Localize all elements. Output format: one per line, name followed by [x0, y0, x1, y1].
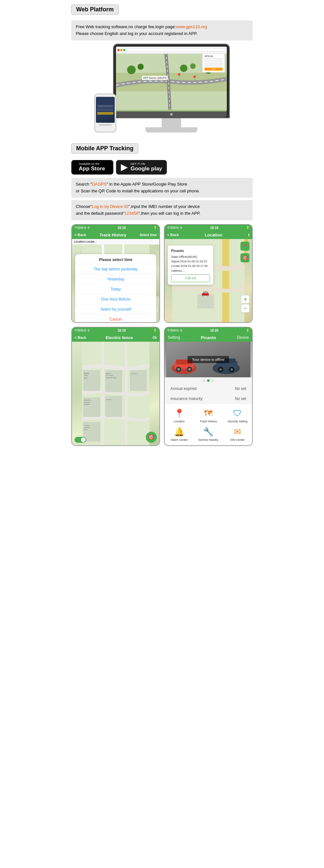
login-button[interactable]: GO: [204, 68, 223, 71]
popup-car-name: Picanto: [171, 248, 210, 254]
monitor-bottom-bar: [116, 112, 227, 117]
web-platform-section: Web Platform Free Web tracking software,…: [68, 0, 256, 132]
offline-time: 18:20: [210, 329, 218, 332]
nav-track-history[interactable]: 🗺 Track History: [194, 406, 223, 425]
fence-ok-button[interactable]: Ok: [153, 336, 157, 339]
google-play-button[interactable]: ▶ GET IT ON Google play: [116, 160, 167, 175]
svg-point-5: [190, 63, 196, 69]
svg-rect-23: [222, 239, 229, 322]
monitor-screen: GPS Location Server: [116, 46, 227, 112]
alarm-label: Alarm Center: [170, 438, 187, 441]
offline-car-image: Your device is offline: [165, 342, 252, 377]
insurance-row: Insurance maturity: No set: [165, 394, 252, 404]
web-platform-mockup: GPS Location Server: [68, 44, 256, 132]
popup-signal: Signal:2018-01-08 01:32:23: [171, 259, 210, 264]
svg-rect-25: [197, 294, 214, 308]
google-play-small-label: GET IT ON: [130, 162, 162, 166]
login-info-prefix: Choose"Log in by Device ID",input the IM…: [76, 204, 201, 216]
phone-screen: [96, 97, 115, 123]
modal-option-0[interactable]: The day before yesterday: [75, 264, 156, 274]
nav-service-nearby[interactable]: 🔧 Service Nearby: [194, 425, 223, 443]
nav-info-center[interactable]: ✉ Info Center: [223, 425, 252, 443]
service-label: Service Nearby: [198, 438, 218, 441]
alarm-icon: 🔔: [174, 427, 184, 437]
offline-screenshot: 中国移动 令 18:20 🔋 Setting Picanto Device: [164, 327, 253, 446]
app-store-row: Available on the App Store ▶ GET IT ON G…: [71, 160, 253, 175]
offline-setting-link[interactable]: Setting: [168, 335, 180, 340]
offline-nav: Setting Picanto Device: [165, 334, 252, 342]
insurance-label: Insurance maturity:: [170, 397, 204, 401]
app-name-tag: APP Name: DAGPS: [142, 76, 168, 80]
gps-url[interactable]: www.gps110.org: [176, 24, 207, 29]
track-history-label: Track History: [200, 420, 217, 423]
fence-carrier: 中国移动 令: [75, 329, 90, 333]
info-text-1: Free Web tracking software,no charge fee…: [76, 24, 176, 29]
modal-option-4[interactable]: Select by yourself: [75, 305, 156, 314]
th-nav-right[interactable]: Select time: [140, 233, 157, 237]
loc-nav-right[interactable]: ℹ: [248, 233, 249, 237]
offline-status-bar: 中国移动 令 18:20 🔋: [165, 328, 252, 334]
offline-battery: 🔋: [246, 329, 249, 332]
location-screenshot: 中国移动 令 18:18 🔋 < Back Location ℹ: [164, 224, 253, 323]
location-map: Picanto State:Offline(9d16h) Signal:2018…: [165, 239, 252, 322]
map-fab-location[interactable]: 📍: [240, 242, 249, 251]
th-battery: 🔋: [153, 226, 157, 229]
time-select-modal: Please select time The day before yester…: [75, 254, 156, 323]
track-history-icon: 🗺: [204, 408, 212, 418]
modal-cancel[interactable]: Cancel: [75, 314, 156, 323]
track-history-status-bar: 中国移动 令 18:18 🔋: [72, 225, 159, 231]
location-label: Location: [174, 420, 185, 423]
zoom-out-button[interactable]: −: [241, 304, 249, 313]
fence-target-fab[interactable]: 🎯: [146, 432, 157, 443]
popup-locate: Locate:2018-01-08 00:17:45: [171, 264, 210, 268]
th-location-label: Location:Locate...: [72, 239, 159, 245]
svg-text:BAIS IFU: BAIS IFU: [106, 373, 112, 374]
nav-location[interactable]: 📍 Location: [165, 406, 194, 425]
map-zoom-controls: + −: [241, 295, 249, 313]
offline-carrier: 中国移动 令: [167, 329, 183, 333]
phone-mockup: [94, 94, 116, 132]
loc-battery: 🔋: [246, 226, 249, 229]
modal-option-2[interactable]: Today: [75, 284, 156, 294]
modal-option-1[interactable]: Yesterday: [75, 274, 156, 284]
web-platform-header: Web Platform: [71, 4, 119, 14]
call-out-button[interactable]: Call out: [171, 274, 210, 282]
th-carrier: 中国移动 令: [75, 226, 90, 230]
fence-toggle[interactable]: [75, 437, 86, 443]
fence-nav-back[interactable]: < Back: [75, 336, 86, 339]
offline-banner-text: Your device is offline: [187, 356, 229, 363]
annual-label: Annual expired:: [170, 386, 197, 391]
zoom-in-button[interactable]: +: [241, 295, 249, 304]
screenshots-row-2: 中国移动 令 18:19 🔋 < Back Electric fence Ok: [71, 327, 253, 446]
offline-device-link[interactable]: Device: [237, 335, 249, 340]
modal-option-3[interactable]: One Hour Before: [75, 294, 156, 305]
map-fab-target[interactable]: 🎯: [240, 253, 249, 262]
loc-carrier: 中国移动 令: [167, 226, 183, 230]
search-info-box: Search "DAGPS" in the Apple APP Store/Go…: [71, 178, 253, 198]
dot-indicator: [165, 377, 252, 384]
popup-address: Address:...: [171, 269, 210, 273]
loc-nav-title: Location: [179, 232, 248, 238]
dot-2: [207, 379, 210, 382]
app-store-button[interactable]: Available on the App Store: [71, 160, 113, 175]
svg-text:Shuniuan...: Shuniuan...: [106, 399, 112, 400]
svg-text:Longhua...: Longhua...: [84, 427, 90, 428]
info-label: Info Center: [230, 438, 245, 441]
th-nav-back[interactable]: < Back: [75, 233, 86, 237]
monitor-mockup: GPS Location Server: [113, 44, 230, 118]
svg-text:DALISHEN: DALISHEN: [84, 399, 90, 401]
google-play-text: GET IT ON Google play: [130, 162, 162, 172]
dot-1: [203, 379, 205, 382]
login-form: GPS110 GO: [202, 53, 225, 72]
search-info-prefix: Search "DAGPS" in the Apple APP Store/Go…: [76, 182, 200, 193]
nav-security-setting[interactable]: 🛡 Security setting: [223, 406, 252, 425]
svg-text:Caibu Busi...: Caibu Busi...: [130, 373, 138, 374]
svg-point-3: [138, 63, 144, 70]
mobile-app-section: Mobile APP Tracking Available on the App…: [68, 139, 256, 446]
loc-nav-back[interactable]: < Back: [167, 233, 179, 237]
svg-point-4: [180, 64, 187, 72]
annual-expired-row: Annual expired: No set: [165, 384, 252, 394]
svg-text:PARK: PARK: [84, 377, 87, 379]
nav-alarm-center[interactable]: 🔔 Alarm Center: [165, 425, 194, 443]
google-play-main-label: Google play: [130, 165, 162, 172]
